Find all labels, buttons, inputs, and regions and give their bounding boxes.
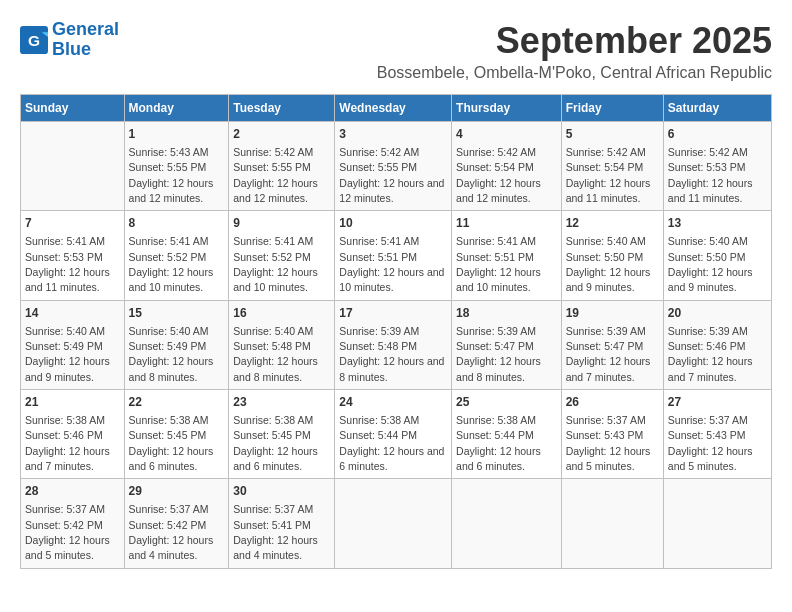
daylight-text: Daylight: 12 hours and 11 minutes. [25, 266, 110, 293]
day-number: 7 [25, 215, 120, 232]
day-number: 26 [566, 394, 659, 411]
day-number: 25 [456, 394, 557, 411]
calendar-week-3: 14 Sunrise: 5:40 AM Sunset: 5:49 PM Dayl… [21, 300, 772, 389]
sunset-text: Sunset: 5:44 PM [339, 429, 417, 441]
sunset-text: Sunset: 5:55 PM [339, 161, 417, 173]
calendar-cell: 1 Sunrise: 5:43 AM Sunset: 5:55 PM Dayli… [124, 122, 229, 211]
sunrise-text: Sunrise: 5:39 AM [339, 325, 419, 337]
logo-text: General Blue [52, 20, 119, 60]
daylight-text: Daylight: 12 hours and 6 minutes. [129, 445, 214, 472]
day-header-tuesday: Tuesday [229, 95, 335, 122]
day-number: 6 [668, 126, 767, 143]
daylight-text: Daylight: 12 hours and 12 minutes. [456, 177, 541, 204]
day-number: 14 [25, 305, 120, 322]
daylight-text: Daylight: 12 hours and 5 minutes. [566, 445, 651, 472]
day-number: 4 [456, 126, 557, 143]
sunrise-text: Sunrise: 5:39 AM [566, 325, 646, 337]
calendar-cell: 11 Sunrise: 5:41 AM Sunset: 5:51 PM Dayl… [452, 211, 562, 300]
sunrise-text: Sunrise: 5:38 AM [339, 414, 419, 426]
daylight-text: Daylight: 12 hours and 8 minutes. [339, 355, 444, 382]
sunrise-text: Sunrise: 5:39 AM [456, 325, 536, 337]
sunset-text: Sunset: 5:43 PM [668, 429, 746, 441]
calendar-cell: 9 Sunrise: 5:41 AM Sunset: 5:52 PM Dayli… [229, 211, 335, 300]
sunset-text: Sunset: 5:46 PM [25, 429, 103, 441]
sunrise-text: Sunrise: 5:37 AM [233, 503, 313, 515]
sunrise-text: Sunrise: 5:38 AM [129, 414, 209, 426]
sunset-text: Sunset: 5:55 PM [129, 161, 207, 173]
sunrise-text: Sunrise: 5:43 AM [129, 146, 209, 158]
day-number: 19 [566, 305, 659, 322]
calendar-cell: 30 Sunrise: 5:37 AM Sunset: 5:41 PM Dayl… [229, 479, 335, 568]
sunset-text: Sunset: 5:55 PM [233, 161, 311, 173]
sunset-text: Sunset: 5:51 PM [339, 251, 417, 263]
day-header-sunday: Sunday [21, 95, 125, 122]
calendar-cell [335, 479, 452, 568]
day-number: 10 [339, 215, 447, 232]
day-number: 18 [456, 305, 557, 322]
day-number: 23 [233, 394, 330, 411]
calendar-cell [663, 479, 771, 568]
calendar-cell: 14 Sunrise: 5:40 AM Sunset: 5:49 PM Dayl… [21, 300, 125, 389]
sunrise-text: Sunrise: 5:38 AM [456, 414, 536, 426]
sunset-text: Sunset: 5:50 PM [668, 251, 746, 263]
day-number: 16 [233, 305, 330, 322]
calendar-title: September 2025 [377, 20, 772, 62]
sunrise-text: Sunrise: 5:38 AM [233, 414, 313, 426]
sunset-text: Sunset: 5:53 PM [25, 251, 103, 263]
daylight-text: Daylight: 12 hours and 9 minutes. [566, 266, 651, 293]
calendar-cell: 12 Sunrise: 5:40 AM Sunset: 5:50 PM Dayl… [561, 211, 663, 300]
calendar-cell: 27 Sunrise: 5:37 AM Sunset: 5:43 PM Dayl… [663, 390, 771, 479]
sunset-text: Sunset: 5:54 PM [456, 161, 534, 173]
calendar-cell: 10 Sunrise: 5:41 AM Sunset: 5:51 PM Dayl… [335, 211, 452, 300]
day-header-monday: Monday [124, 95, 229, 122]
daylight-text: Daylight: 12 hours and 7 minutes. [668, 355, 753, 382]
sunrise-text: Sunrise: 5:37 AM [129, 503, 209, 515]
calendar-cell: 7 Sunrise: 5:41 AM Sunset: 5:53 PM Dayli… [21, 211, 125, 300]
sunset-text: Sunset: 5:54 PM [566, 161, 644, 173]
sunrise-text: Sunrise: 5:40 AM [668, 235, 748, 247]
sunrise-text: Sunrise: 5:37 AM [25, 503, 105, 515]
day-number: 20 [668, 305, 767, 322]
sunset-text: Sunset: 5:45 PM [233, 429, 311, 441]
day-number: 2 [233, 126, 330, 143]
sunrise-text: Sunrise: 5:37 AM [566, 414, 646, 426]
day-number: 8 [129, 215, 225, 232]
daylight-text: Daylight: 12 hours and 9 minutes. [25, 355, 110, 382]
day-number: 1 [129, 126, 225, 143]
day-number: 11 [456, 215, 557, 232]
daylight-text: Daylight: 12 hours and 12 minutes. [129, 177, 214, 204]
daylight-text: Daylight: 12 hours and 8 minutes. [233, 355, 318, 382]
calendar-cell: 15 Sunrise: 5:40 AM Sunset: 5:49 PM Dayl… [124, 300, 229, 389]
sunrise-text: Sunrise: 5:40 AM [129, 325, 209, 337]
daylight-text: Daylight: 12 hours and 6 minutes. [339, 445, 444, 472]
calendar-week-2: 7 Sunrise: 5:41 AM Sunset: 5:53 PM Dayli… [21, 211, 772, 300]
sunset-text: Sunset: 5:49 PM [25, 340, 103, 352]
day-number: 29 [129, 483, 225, 500]
day-number: 17 [339, 305, 447, 322]
daylight-text: Daylight: 12 hours and 7 minutes. [566, 355, 651, 382]
daylight-text: Daylight: 12 hours and 9 minutes. [668, 266, 753, 293]
calendar-cell [452, 479, 562, 568]
sunrise-text: Sunrise: 5:41 AM [233, 235, 313, 247]
page-header: September 2025 Bossembele, Ombella-M'Pok… [377, 20, 772, 82]
calendar-body: 1 Sunrise: 5:43 AM Sunset: 5:55 PM Dayli… [21, 122, 772, 569]
day-header-saturday: Saturday [663, 95, 771, 122]
sunrise-text: Sunrise: 5:42 AM [456, 146, 536, 158]
daylight-text: Daylight: 12 hours and 8 minutes. [456, 355, 541, 382]
calendar-cell: 4 Sunrise: 5:42 AM Sunset: 5:54 PM Dayli… [452, 122, 562, 211]
daylight-text: Daylight: 12 hours and 4 minutes. [129, 534, 214, 561]
day-header-wednesday: Wednesday [335, 95, 452, 122]
calendar-cell: 13 Sunrise: 5:40 AM Sunset: 5:50 PM Dayl… [663, 211, 771, 300]
daylight-text: Daylight: 12 hours and 10 minutes. [339, 266, 444, 293]
daylight-text: Daylight: 12 hours and 10 minutes. [233, 266, 318, 293]
calendar-cell: 6 Sunrise: 5:42 AM Sunset: 5:53 PM Dayli… [663, 122, 771, 211]
daylight-text: Daylight: 12 hours and 10 minutes. [456, 266, 541, 293]
calendar-cell: 22 Sunrise: 5:38 AM Sunset: 5:45 PM Dayl… [124, 390, 229, 479]
calendar-week-1: 1 Sunrise: 5:43 AM Sunset: 5:55 PM Dayli… [21, 122, 772, 211]
calendar-cell: 24 Sunrise: 5:38 AM Sunset: 5:44 PM Dayl… [335, 390, 452, 479]
calendar-cell: 29 Sunrise: 5:37 AM Sunset: 5:42 PM Dayl… [124, 479, 229, 568]
calendar-cell [561, 479, 663, 568]
day-number: 9 [233, 215, 330, 232]
calendar-table: SundayMondayTuesdayWednesdayThursdayFrid… [20, 94, 772, 569]
sunrise-text: Sunrise: 5:41 AM [339, 235, 419, 247]
